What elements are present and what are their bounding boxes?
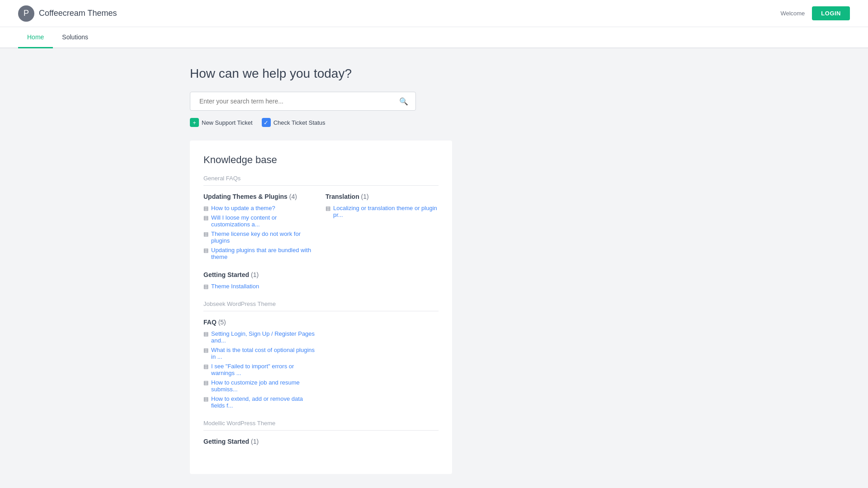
category-updating-themes: Updating Themes & Plugins (4) ▤ How to u…: [203, 193, 316, 260]
article-link[interactable]: Setting Login, Sign Up / Register Pages …: [211, 330, 316, 344]
modellic-categories: Getting Started (1): [203, 438, 439, 450]
login-button[interactable]: LOGIN: [812, 6, 850, 20]
category-translation: Translation (1) ▤ Localizing or translat…: [326, 193, 439, 260]
search-input[interactable]: [196, 92, 397, 110]
article-icon: ▤: [203, 247, 208, 253]
empty-col: [326, 271, 439, 290]
cat-getting-started-title: Getting Started (1): [203, 271, 316, 278]
category-modellic-getting-started: Getting Started (1): [203, 438, 439, 450]
article-link[interactable]: How to extend, add or remove data fields…: [211, 395, 316, 409]
category-faq: FAQ (5) ▤ Setting Login, Sign Up / Regis…: [203, 319, 316, 409]
article-link[interactable]: Localizing or translation theme or plugi…: [333, 205, 439, 218]
header: P Coffeecream Themes Welcome LOGIN: [0, 0, 868, 27]
general-faqs-categories: Updating Themes & Plugins (4) ▤ How to u…: [203, 193, 439, 260]
article-icon: ▤: [203, 205, 208, 211]
action-links: + New Support Ticket ✓ Check Ticket Stat…: [190, 118, 678, 127]
brand-name: Coffeecream Themes: [39, 9, 117, 18]
article-icon: ▤: [203, 283, 208, 290]
article-icon: ▤: [203, 331, 208, 337]
nav: Home Solutions: [0, 27, 868, 48]
list-item: ▤ Theme license key do not work for plug…: [203, 230, 316, 244]
category-getting-started: Getting Started (1) ▤ Theme Installation: [203, 271, 316, 290]
section-getting-started: Getting Started (1) ▤ Theme Installation: [203, 271, 439, 290]
article-link[interactable]: How to update a theme?: [211, 205, 275, 211]
welcome-text: Welcome: [780, 10, 805, 17]
search-icon: 🔍: [399, 98, 408, 105]
list-item: ▤ I see "Failed to import" errors or war…: [203, 363, 316, 376]
sidebar-right: [461, 141, 678, 474]
section-jobseek: Jobseek WordPress Theme FAQ (5) ▤ Settin…: [203, 300, 439, 409]
modellic-group-title: Modellic WordPress Theme: [203, 420, 439, 431]
empty-col-2: [326, 319, 439, 409]
article-link[interactable]: How to customize job and resume submiss.…: [211, 379, 316, 393]
cat-translation-title: Translation (1): [326, 193, 439, 200]
updating-themes-articles: ▤ How to update a theme? ▤ Will I loose …: [203, 205, 316, 260]
list-item: ▤ How to update a theme?: [203, 205, 316, 211]
cat-updating-title: Updating Themes & Plugins (4): [203, 193, 316, 200]
new-support-ticket-link[interactable]: + New Support Ticket: [190, 118, 253, 127]
nav-item-home[interactable]: Home: [18, 27, 53, 48]
nav-item-solutions[interactable]: Solutions: [53, 27, 97, 48]
article-icon: ▤: [203, 215, 208, 221]
article-link[interactable]: What is the total cost of optional plugi…: [211, 347, 316, 360]
section-general-faqs: General FAQs Updating Themes & Plugins (…: [203, 175, 439, 260]
article-icon: ▤: [203, 231, 208, 237]
section-modellic: Modellic WordPress Theme Getting Started…: [203, 420, 439, 450]
brand-logo: P: [18, 5, 34, 22]
translation-articles: ▤ Localizing or translation theme or plu…: [326, 205, 439, 218]
article-link[interactable]: Theme license key do not work for plugin…: [211, 230, 316, 244]
article-link[interactable]: I see "Failed to import" errors or warni…: [211, 363, 316, 376]
search-button[interactable]: 🔍: [397, 95, 410, 108]
knowledge-base: Knowledge base General FAQs Updating The…: [190, 141, 452, 474]
cat-faq-title: FAQ (5): [203, 319, 316, 326]
check-ticket-status-link[interactable]: ✓ Check Ticket Status: [262, 118, 326, 127]
brand: P Coffeecream Themes: [18, 5, 117, 22]
getting-started-categories: Getting Started (1) ▤ Theme Installation: [203, 271, 439, 290]
article-icon: ▤: [203, 363, 208, 370]
article-icon: ▤: [203, 347, 208, 353]
check-status-label: Check Ticket Status: [274, 119, 326, 126]
general-faqs-group-title: General FAQs: [203, 175, 439, 186]
article-link[interactable]: Will I loose my content or customization…: [211, 214, 316, 228]
article-icon: ▤: [326, 205, 330, 211]
search-box: 🔍: [190, 92, 416, 111]
list-item: ▤ Will I loose my content or customizati…: [203, 214, 316, 228]
header-right: Welcome LOGIN: [780, 6, 850, 20]
cat-modellic-gs-title: Getting Started (1): [203, 438, 439, 445]
jobseek-group-title: Jobseek WordPress Theme: [203, 300, 439, 311]
article-link[interactable]: Theme Installation: [211, 283, 259, 290]
list-item: ▤ How to extend, add or remove data fiel…: [203, 395, 316, 409]
kb-title: Knowledge base: [203, 154, 439, 166]
list-item: ▤ What is the total cost of optional plu…: [203, 347, 316, 360]
list-item: ▤ Localizing or translation theme or plu…: [326, 205, 439, 218]
check-status-icon: ✓: [262, 118, 271, 127]
hero-title: How can we help you today?: [190, 66, 678, 81]
main-content: How can we help you today? 🔍 + New Suppo…: [163, 48, 705, 488]
list-item: ▤ Setting Login, Sign Up / Register Page…: [203, 330, 316, 344]
new-ticket-icon: +: [190, 118, 199, 127]
brand-logo-char: P: [24, 9, 29, 18]
new-ticket-label: New Support Ticket: [202, 119, 253, 126]
jobseek-categories: FAQ (5) ▤ Setting Login, Sign Up / Regis…: [203, 319, 439, 409]
list-item: ▤ Theme Installation: [203, 283, 316, 290]
article-icon: ▤: [203, 396, 208, 402]
article-link[interactable]: Updating plugins that are bundled with t…: [211, 247, 316, 260]
getting-started-articles: ▤ Theme Installation: [203, 283, 316, 290]
list-item: ▤ How to customize job and resume submis…: [203, 379, 316, 393]
article-icon: ▤: [203, 380, 208, 386]
content-layout: Knowledge base General FAQs Updating The…: [190, 141, 678, 474]
faq-articles: ▤ Setting Login, Sign Up / Register Page…: [203, 330, 316, 409]
list-item: ▤ Updating plugins that are bundled with…: [203, 247, 316, 260]
